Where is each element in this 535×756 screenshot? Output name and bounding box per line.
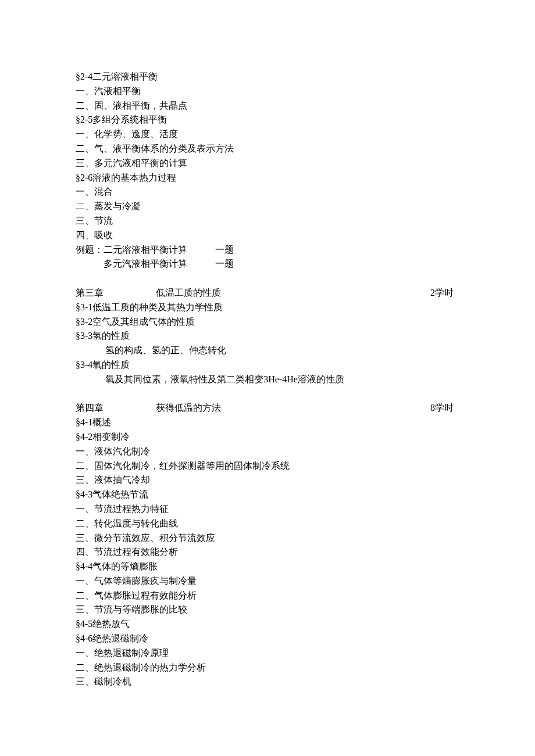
chapter-heading-row: 第三章低温工质的性质 2学时 xyxy=(76,286,459,300)
blank-line xyxy=(76,387,459,402)
list-item: 一、化学势、逸度、活度 xyxy=(76,127,459,142)
section-heading: §4-2相变制冷 xyxy=(76,430,459,445)
example-count: 一题 xyxy=(215,259,234,268)
example-prefix: 例题： xyxy=(76,245,104,255)
list-item: 一、气体等熵膨胀疚与制冷量 xyxy=(76,574,459,589)
section-heading: §4-4气体的等熵膨胀 xyxy=(76,560,459,574)
section-body: 氧及其同位素，液氧特性及第二类相变3He-4He溶液的性质 xyxy=(76,372,459,387)
section-heading: §4-1概述 xyxy=(76,415,459,430)
list-item: 一、节流过程热力特征 xyxy=(76,502,459,517)
list-item: 三、微分节流效应、积分节流效应 xyxy=(76,531,459,546)
blank-line xyxy=(76,271,459,286)
chapter-label: 第三章 xyxy=(76,288,104,298)
section-heading: §3-2空气及其组成气体的性质 xyxy=(76,315,459,329)
chapter-title: 获得低温的方法 xyxy=(156,403,221,413)
list-item: 二、固体汽化制冷，红外探测器等用的固体制冷系统 xyxy=(76,459,459,474)
section-heading: §3-4氧的性质 xyxy=(76,358,459,372)
chapter-hours: 8学时 xyxy=(430,401,459,415)
list-item: 二、气、液平衡体系的分类及表示方法 xyxy=(76,142,459,156)
example-text: 二元溶液相平衡计算 xyxy=(104,245,187,255)
list-item: 一、液体汽化制冷 xyxy=(76,445,459,459)
list-item: 四、节流过程有效能分析 xyxy=(76,545,459,560)
list-item: 一、汽液相平衡 xyxy=(76,84,459,99)
chapter-heading-row: 第四章获得低温的方法 8学时 xyxy=(76,401,459,415)
section-heading: §3-3氢的性质 xyxy=(76,329,459,343)
section-heading: §2-4二元溶液相平衡 xyxy=(76,70,459,84)
list-item: 三、节流 xyxy=(76,214,459,228)
section-heading: §4-3气体绝热节流 xyxy=(76,488,459,502)
list-item: 二、绝热退磁制冷的热力学分析 xyxy=(76,661,459,675)
document-page: §2-4二元溶液相平衡 一、汽液相平衡 二、固、液相平衡，共晶点 §2-5多组分… xyxy=(0,0,535,756)
list-item: 一、绝热退磁制冷原理 xyxy=(76,646,459,661)
example-text: 多元汽液相平衡计算 xyxy=(104,259,187,268)
section-heading: §3-1低温工质的种类及其热力学性质 xyxy=(76,300,459,315)
list-item: 三、节流与等端膨胀的比较 xyxy=(76,603,459,617)
chapter-title: 低温工质的性质 xyxy=(156,288,221,298)
chapter-hours: 2学时 xyxy=(430,286,459,300)
list-item: 三、多元汽液相平衡的计算 xyxy=(76,156,459,171)
example-row: 例题：二元溶液相平衡计算一题 xyxy=(76,243,459,257)
list-item: 二、蒸发与冷凝 xyxy=(76,199,459,214)
example-count: 一题 xyxy=(215,245,234,255)
list-item: 二、气体膨胀过程有效能分析 xyxy=(76,589,459,603)
section-heading: §4-6绝热退磁制冷 xyxy=(76,632,459,646)
chapter-label: 第四章 xyxy=(76,403,104,413)
section-heading: §4-5绝热放气 xyxy=(76,617,459,632)
list-item: 一、混合 xyxy=(76,185,459,199)
list-item: 三、液体抽气冷却 xyxy=(76,473,459,488)
example-row: 多元汽液相平衡计算一题 xyxy=(76,257,459,271)
list-item: 四、吸收 xyxy=(76,228,459,243)
section-heading: §2-5多组分系统相平衡 xyxy=(76,113,459,127)
section-body: 氢的构成、氢的正、仲态转化 xyxy=(76,343,459,358)
list-item: 三、磁制冷机 xyxy=(76,675,459,689)
list-item: 二、转化温度与转化曲线 xyxy=(76,517,459,531)
section-heading: §2-6溶液的基本热力过程 xyxy=(76,171,459,185)
list-item: 二、固、液相平衡，共晶点 xyxy=(76,99,459,113)
